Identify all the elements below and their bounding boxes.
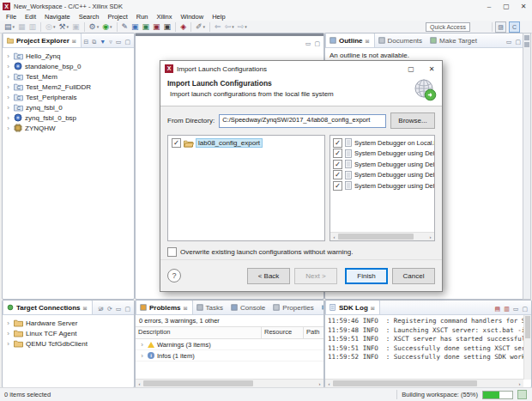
minimize-button[interactable]: – bbox=[481, 1, 498, 12]
save-all-icon[interactable]: ▥ bbox=[27, 21, 39, 32]
project-item[interactable]: ›CTest_Peripherals bbox=[3, 92, 134, 102]
project-item[interactable]: ›Czynq_fsbl_0 bbox=[3, 102, 134, 112]
chevron-right-icon[interactable]: › bbox=[139, 352, 145, 360]
scrollbar-thumb[interactable] bbox=[143, 380, 253, 386]
checkbox[interactable]: ✓ bbox=[333, 149, 342, 158]
tab-tasks[interactable]: Tasks bbox=[193, 301, 227, 314]
save-icon[interactable]: ▦ bbox=[16, 21, 27, 32]
tab-outline[interactable]: Outline⊠ bbox=[325, 33, 375, 47]
chevron-right-icon[interactable]: › bbox=[5, 319, 11, 327]
launch-config-item[interactable]: ✓System Debugger on Local.launch bbox=[330, 137, 434, 149]
minimize-panel-icon[interactable]: ▭ bbox=[513, 306, 519, 312]
minimize-panel-icon[interactable]: ▭ bbox=[506, 39, 512, 45]
scroll-left-icon[interactable]: ‹ bbox=[330, 234, 338, 240]
build-icon[interactable]: ◎▾ bbox=[44, 21, 57, 32]
tab-sdk-termi-[interactable]: SDK Termi... bbox=[318, 301, 324, 314]
program-fpga-icon[interactable]: ✎ bbox=[120, 21, 130, 32]
scroll-left-icon[interactable]: ‹ bbox=[136, 381, 143, 386]
chevron-right-icon[interactable]: › bbox=[5, 52, 11, 60]
sdk-log-vscrollbar[interactable] bbox=[523, 315, 531, 380]
menu-window[interactable]: Window bbox=[176, 13, 208, 21]
refresh-icon[interactable]: ⟳ bbox=[107, 306, 112, 312]
config-list-hscrollbar[interactable]: ‹ › bbox=[330, 232, 434, 240]
tab-documents[interactable]: Documents bbox=[375, 33, 426, 47]
chevron-right-icon[interactable]: › bbox=[5, 73, 11, 81]
annotate-icon[interactable]: ✐▾ bbox=[194, 21, 207, 32]
problems-row[interactable]: ›Warnings (3 items) bbox=[136, 339, 323, 350]
back-button[interactable]: < Back bbox=[247, 268, 290, 284]
tab-sdk-log[interactable]: SDK Log⊠ bbox=[325, 300, 380, 314]
target-setup-icon[interactable]: ◈ bbox=[178, 21, 188, 32]
checkbox[interactable]: ✓ bbox=[333, 170, 342, 179]
quick-access-button[interactable]: Quick Access bbox=[426, 22, 470, 32]
maximize-panel-icon[interactable]: ▢ bbox=[124, 306, 130, 312]
checkbox[interactable]: ✓ bbox=[333, 160, 342, 169]
restore-view-icon[interactable] bbox=[524, 35, 529, 40]
new-wizard-icon[interactable]: ▤▾ bbox=[3, 21, 16, 32]
launch-config-item[interactable]: ✓System Debugger using Debug_Test_Mem2_F… bbox=[330, 170, 434, 181]
add-target-icon[interactable]: 🖳 bbox=[98, 306, 104, 312]
chevron-right-icon[interactable]: › bbox=[5, 94, 11, 101]
view-menu-icon[interactable]: ▿ bbox=[109, 39, 112, 45]
open-perspective-icon[interactable]: ▨ bbox=[495, 21, 506, 33]
target-item[interactable]: ›QEMU TcfGdbClient bbox=[3, 338, 134, 349]
chevron-right-icon[interactable]: › bbox=[5, 114, 11, 122]
chevron-right-icon[interactable]: › bbox=[5, 104, 11, 112]
restore-view-icon[interactable] bbox=[524, 42, 529, 47]
maximize-panel-icon[interactable]: ▢ bbox=[124, 39, 130, 45]
menu-search[interactable]: Search bbox=[75, 13, 104, 21]
maximize-panel-icon[interactable]: ▢ bbox=[522, 306, 528, 312]
browse-button[interactable]: Browse... bbox=[390, 112, 435, 129]
cpp-perspective-icon[interactable]: C bbox=[509, 21, 520, 33]
project-item[interactable]: ›CHello_Zynq bbox=[3, 51, 134, 61]
scroll-right-icon[interactable]: › bbox=[426, 234, 434, 240]
scroll-right-icon[interactable]: › bbox=[516, 381, 523, 386]
config-folder-item[interactable]: ✓lab08_config_export bbox=[168, 137, 324, 149]
link-editor-icon[interactable]: ⧉ bbox=[92, 39, 96, 45]
project-item[interactable]: ›standalone_bsp_0 bbox=[3, 61, 134, 71]
chevron-right-icon[interactable]: › bbox=[139, 341, 145, 349]
build-wrench-icon[interactable]: ⚒▾ bbox=[57, 21, 70, 32]
maximize-panel-icon[interactable]: ▢ bbox=[314, 40, 320, 47]
minimize-panel-icon[interactable]: ▭ bbox=[116, 306, 122, 312]
maximize-panel-icon[interactable]: ▢ bbox=[515, 39, 521, 45]
column-path[interactable]: Path bbox=[304, 327, 323, 338]
last-edit-location-icon[interactable]: ⇐ bbox=[213, 21, 223, 32]
debug-gear-icon[interactable]: ⚙▾ bbox=[88, 21, 101, 32]
chevron-right-icon[interactable]: › bbox=[5, 83, 11, 91]
chevron-right-icon[interactable]: › bbox=[5, 330, 11, 337]
launch-config-item[interactable]: ✓System Debugger using Debug_Test_Mem.el… bbox=[330, 159, 434, 170]
finish-button[interactable]: Finish bbox=[345, 268, 388, 284]
tab-console[interactable]: Console bbox=[227, 301, 269, 314]
forward-icon[interactable]: ⇨▾ bbox=[236, 21, 249, 32]
project-item[interactable]: ›zynq_fsbl_0_bsp bbox=[3, 112, 134, 123]
dialog-maximize-button[interactable]: ▢ bbox=[401, 61, 421, 76]
problems-row[interactable]: ›iInfos (1 item) bbox=[136, 350, 323, 362]
menu-file[interactable]: File bbox=[2, 13, 21, 21]
menu-project[interactable]: Project bbox=[103, 13, 131, 21]
maximize-button[interactable]: ▢ bbox=[498, 1, 515, 12]
column-resource[interactable]: Resource bbox=[262, 327, 304, 338]
chevron-right-icon[interactable]: › bbox=[5, 63, 11, 70]
tab-problems[interactable]: Problems⊠ bbox=[136, 300, 193, 314]
menu-edit[interactable]: Edit bbox=[21, 13, 40, 21]
run-icon[interactable]: ◉▾ bbox=[100, 21, 113, 32]
help-button[interactable]: ? bbox=[167, 269, 181, 283]
screen-capture-icon[interactable]: ▣ bbox=[162, 21, 173, 32]
menu-xilinx[interactable]: Xilinx bbox=[153, 13, 177, 21]
chevron-right-icon[interactable]: › bbox=[5, 340, 11, 348]
tab-target-connections[interactable]: Target Connections⊠ bbox=[3, 300, 93, 314]
build-all-icon[interactable]: ▣ bbox=[70, 21, 82, 32]
target-item[interactable]: ›Hardware Server bbox=[3, 318, 134, 328]
xsct-console-icon[interactable]: ▣ bbox=[141, 21, 152, 32]
back-icon[interactable]: ⇦▾ bbox=[223, 21, 236, 32]
scroll-right-icon[interactable]: › bbox=[316, 381, 323, 386]
checkbox[interactable]: ✓ bbox=[333, 181, 342, 191]
project-item[interactable]: ›CTest_Mem bbox=[3, 71, 134, 82]
column-description[interactable]: Description bbox=[136, 327, 262, 338]
filter-icon[interactable]: ▼ bbox=[100, 39, 106, 45]
collapse-all-icon[interactable]: ⊟ bbox=[83, 39, 88, 45]
sdk-log-hscrollbar[interactable]: ‹ › bbox=[325, 379, 523, 387]
project-item[interactable]: ›ZYNQHW bbox=[3, 123, 134, 133]
problems-hscrollbar[interactable]: ‹ › bbox=[136, 379, 323, 387]
